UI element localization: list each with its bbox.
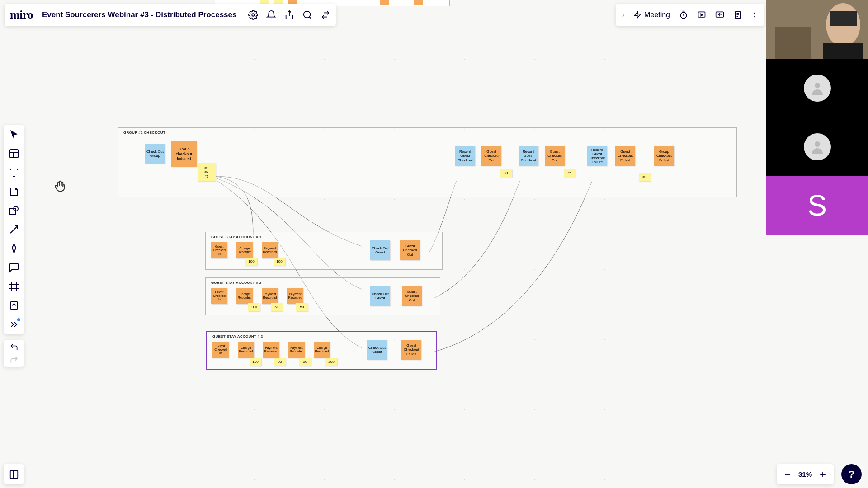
sticky-event[interactable]: Payment Recorded [287,288,303,304]
sticky-command[interactable]: Check Out Guest [367,340,387,360]
sticky-event[interactable]: Payment Recorded [262,288,278,304]
sticky-tag[interactable]: #2 [564,169,576,178]
text-tool[interactable] [9,167,19,178]
sticky-note[interactable]: #1 #2 #3 [198,163,216,181]
sticky-event[interactable]: Charge Recorded [314,342,330,358]
sticky-command[interactable]: Record Guest Checkout [519,146,538,166]
timer-icon[interactable] [679,10,688,19]
redo-button [9,355,19,364]
sticky-event[interactable]: Group checkout Initiated [171,141,197,167]
sticky-event[interactable]: Guest Checked In [212,342,229,358]
sticky-event[interactable]: Charge Recorded [236,242,253,258]
avatar-placeholder-icon [804,133,831,160]
sticky-command[interactable]: Record Guest Checkout [455,146,475,166]
collapse-collab-icon[interactable]: › [622,11,624,19]
sticky-command[interactable]: Check Out Guest [370,286,390,306]
connection-tool[interactable] [9,224,19,235]
sticky-event[interactable]: Guest Checked In [211,242,227,258]
svg-line-3 [310,17,311,19]
sticky-event[interactable]: Group Checkout Failed [654,146,674,166]
settings-icon[interactable] [248,10,258,20]
zoom-out-button[interactable]: − [783,469,792,480]
svg-point-2 [304,11,311,18]
participant-initial: S [807,189,827,222]
board-title[interactable]: Event Sourcerers Webinar #3 - Distribute… [42,10,237,19]
frame-title: GROUP #1 CHECKOUT [123,131,165,135]
svg-rect-18 [830,11,857,26]
svg-line-29 [10,226,18,233]
sticky-command[interactable]: Check Out Guest [370,240,390,260]
sticky-event[interactable]: Payment Recorded [288,342,305,358]
undo-button[interactable] [9,343,19,352]
minimap-button[interactable] [4,464,24,484]
avatar-placeholder-icon [804,75,831,102]
help-label: ? [849,469,854,480]
more-tools[interactable] [9,319,19,330]
sticky-tag[interactable]: 50 [274,358,286,366]
sticky-event[interactable]: Payment Recorded [263,342,279,358]
sticky-tag[interactable]: 50 [296,303,308,311]
pen-tool[interactable] [9,243,19,254]
help-button[interactable]: ? [841,464,862,484]
participant-camera-1[interactable] [766,0,868,59]
upload-tool[interactable] [9,300,19,311]
sticky-event[interactable]: Guest Checked Out [400,240,420,260]
svg-point-21 [815,141,820,147]
svg-rect-22 [10,150,18,158]
sticky-tag[interactable]: 50 [271,303,283,311]
canvas[interactable]: GROUP #1 CHECKOUT Check Out Group Group … [0,0,868,488]
sticky-tag[interactable]: 100 [245,258,257,266]
frame-guest-1[interactable]: GUEST STAY ACCOUNT # 1 Guest Checked In … [205,232,443,270]
frame-guest-3[interactable]: GUEST STAY ACCOUNT # 2 Guest Checked In … [206,331,437,370]
present-icon[interactable] [697,10,706,19]
sticky-tag[interactable]: #3 [639,173,651,181]
screen-share-icon[interactable] [715,10,724,19]
comment-tool[interactable] [9,262,19,273]
sticky-event[interactable]: Guest Checkout Failed [401,340,421,360]
participant-avatar-2[interactable] [766,59,868,117]
more-collab-icon[interactable] [751,10,758,19]
switch-icon[interactable] [321,10,330,20]
sticky-command[interactable]: Check Out Group [145,144,165,164]
shape-tool[interactable] [9,205,19,216]
sticky-event[interactable]: Guest Checked In [211,288,227,304]
left-toolbar [4,125,24,334]
participant-letter-4[interactable]: S [766,176,868,235]
svg-rect-19 [823,43,863,59]
sticky-tag[interactable]: 200 [326,358,337,366]
sticky-tag[interactable]: 50 [299,358,311,366]
sticky-tag[interactable]: #1 [500,169,512,178]
sticky-tag[interactable]: 100 [274,258,285,266]
sticky-tag[interactable]: 100 [250,358,261,366]
video-panel: S [766,0,868,235]
participant-avatar-3[interactable] [766,117,868,176]
sticky-event[interactable]: Payment Recorded [262,242,278,258]
sticky-tag[interactable]: 100 [248,303,260,311]
templates-tool[interactable] [9,148,19,159]
zoom-value[interactable]: 31% [798,470,812,478]
export-icon[interactable] [284,10,294,20]
frame-title: GUEST STAY ACCOUNT # 2 [212,334,263,338]
frame-tool[interactable] [9,281,19,292]
frame-group-checkout[interactable]: GROUP #1 CHECKOUT Check Out Group Group … [118,127,737,197]
sticky-command[interactable]: Record Guest Checkout Failure [587,146,607,166]
sticky-event[interactable]: Guest Checked Out [481,146,501,166]
zoom-in-button[interactable]: + [818,469,827,480]
zoom-controls: − 31% + [777,464,834,484]
frame-guest-2[interactable]: GUEST STAY ACCOUNT # 2 Guest Checked In … [205,277,440,315]
sticky-event[interactable]: Charge Recorded [236,288,253,304]
bell-icon[interactable] [266,10,276,20]
svg-rect-27 [10,209,16,215]
sticky-event[interactable]: Guest Checkout Failed [615,146,635,166]
miro-logo[interactable]: miro [10,8,33,22]
sticky-event[interactable]: Guest Checked Out [402,286,422,306]
notes-icon[interactable] [733,10,742,19]
svg-marker-4 [634,12,641,19]
sticky-event[interactable]: Charge Recorded [238,342,254,358]
svg-point-13 [754,13,755,14]
sticky-tool[interactable] [9,186,19,197]
sticky-event[interactable]: Guest Checked Out [545,146,565,166]
meeting-button[interactable]: Meeting [633,11,670,19]
search-icon[interactable] [302,10,312,20]
select-tool[interactable] [9,129,19,140]
